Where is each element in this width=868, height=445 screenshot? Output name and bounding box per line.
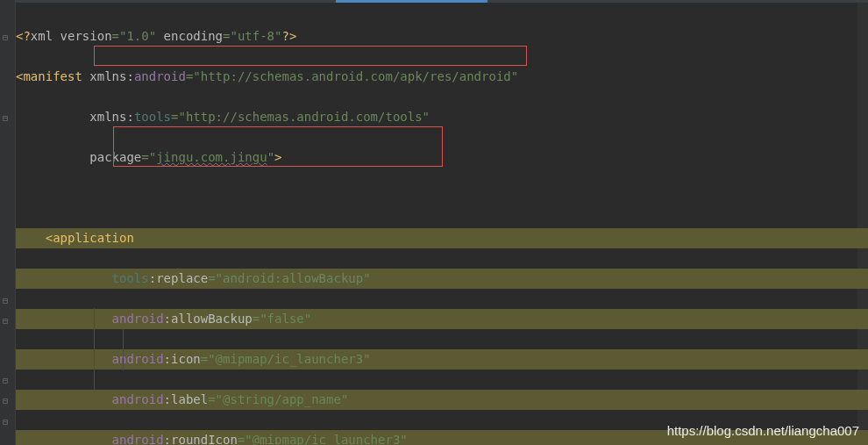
code-line: <application: [16, 228, 868, 248]
fold-icon[interactable]: ⊟: [3, 412, 12, 421]
code-editor[interactable]: <?xml version="1.0" encoding="utf-8"?> <…: [16, 6, 868, 445]
code-line: xmlns:tools="http://schemas.android.com/…: [16, 107, 868, 127]
code-line: android:icon="@mipmap/ic_launcher3": [16, 349, 868, 370]
active-tab-underline: [336, 0, 487, 3]
code-line: <?xml version="1.0" encoding="utf-8"?>: [16, 26, 868, 47]
code-line: android:allowBackup="false": [16, 309, 868, 329]
fold-icon[interactable]: ⊟: [3, 311, 12, 320]
indent-guide: [123, 328, 124, 370]
gutter: ⊟ ⊟ ⊟ ⊟ ⊟ ⊟ ⊟: [0, 0, 16, 445]
fold-icon[interactable]: ⊟: [3, 370, 12, 380]
watermark-text: https://blog.csdn.net/liangcha007: [667, 420, 859, 441]
code-line: android:label="@string/app_name": [16, 390, 868, 410]
code-line: tools:replace="android:allowBackup": [16, 269, 868, 289]
indent-guide: [94, 308, 95, 391]
fold-icon[interactable]: ⊟: [3, 108, 12, 118]
code-line: <manifest xmlns:android="http://schemas.…: [16, 67, 868, 87]
fold-icon[interactable]: ⊟: [3, 291, 12, 300]
fold-icon[interactable]: ⊟: [3, 391, 12, 400]
code-line: [16, 188, 868, 208]
code-line: package="jingu.com.jingu">: [16, 147, 868, 168]
fold-icon[interactable]: ⊟: [3, 27, 12, 37]
